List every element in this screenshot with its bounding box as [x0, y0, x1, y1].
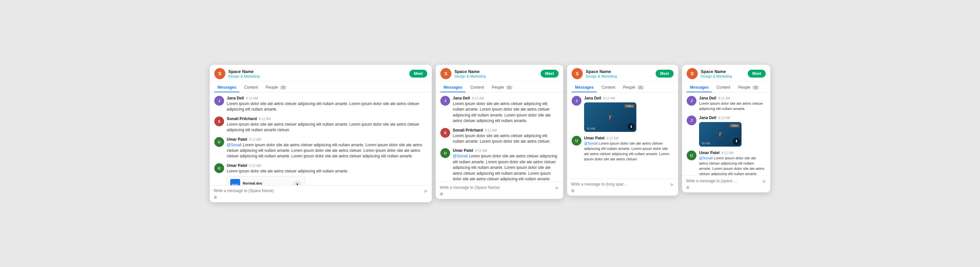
send-button[interactable]: ▶: [763, 178, 766, 184]
tab-content[interactable]: Content: [241, 83, 261, 92]
message-content: Jana Dell 8:12 AM Video r 50 MB ⬇: [699, 115, 766, 147]
chat-panel-panel-4: S Space Name Design & Marketing Meet Mes…: [682, 65, 770, 192]
message-avatar: J: [687, 96, 697, 106]
tabs-bar: MessagesContentPeople (5): [682, 82, 770, 93]
video-thumbnail[interactable]: Video r 50 MB ⬇: [699, 122, 741, 147]
message-input-area: ▶ ⊕: [682, 175, 770, 192]
send-button[interactable]: ▶: [556, 185, 559, 190]
attach-row: ⊕: [686, 184, 766, 190]
tab-people[interactable]: People (5): [488, 83, 516, 92]
message-content: Umar Patel 8:12 AM @Sonali Lorem ipsum d…: [227, 137, 427, 159]
meet-button[interactable]: Meet: [748, 70, 766, 78]
send-button[interactable]: ▶: [671, 182, 674, 187]
message-text: Lorem ipsum dolor site ate aetns ctetuer…: [453, 133, 558, 145]
message-author: Jana Dell: [227, 96, 244, 101]
message-input[interactable]: [571, 182, 669, 187]
file-download-button[interactable]: ⬇: [293, 181, 302, 185]
message-author: Jana Dell: [453, 96, 470, 101]
message-content: Sonali Pritchard 8:12 AM Lorem ipsum dol…: [227, 117, 427, 133]
space-avatar: S: [687, 68, 698, 79]
tab-content[interactable]: Content: [598, 83, 618, 92]
message-header: Jana Dell 8:12 AM: [699, 115, 766, 120]
message-time: 8:12 AM: [485, 129, 497, 132]
tabs-bar: MessagesContentPeople (5): [210, 82, 432, 93]
tab-content[interactable]: Content: [467, 83, 487, 92]
tab-people[interactable]: People (5): [620, 83, 648, 92]
message-content: Jana Dell 8:12 AM Lorem ipsum dolor site…: [453, 96, 558, 124]
space-name: Space Name: [228, 69, 409, 74]
message-time: 8:12 AM: [249, 164, 261, 168]
messages-area[interactable]: J Jana Dell 8:12 AM Video r 50 MB ⬇ U Um…: [567, 93, 678, 179]
message-row: U Umar Patel 8:12 AM @Sonali Lorem ipsum…: [214, 137, 427, 159]
message-row: U Umar Patel 8:12 AM Lorem ipsum dolor s…: [214, 163, 427, 185]
file-info: Normal.doc 00 MB ✔ Safe: [243, 181, 293, 185]
tab-content[interactable]: Content: [713, 83, 733, 92]
space-subtitle: Design & Marketing: [454, 74, 541, 78]
messages-area[interactable]: J Jana Dell 8:12 AM Lorem ipsum dolor si…: [210, 93, 432, 185]
message-input[interactable]: [440, 185, 554, 190]
message-row: S Sonali Pritchard 8:12 AM Lorem ipsum d…: [440, 128, 558, 145]
message-row: J Jana Dell 8:12 AM Lorem ipsum dolor si…: [687, 96, 766, 112]
tab-messages[interactable]: Messages: [687, 83, 712, 92]
video-size: 50 MB: [702, 142, 710, 145]
space-info: Space Name Design & Marketing: [701, 69, 748, 78]
file-name: Normal.doc: [243, 181, 293, 185]
video-download-button[interactable]: ⬇: [627, 123, 635, 130]
message-content: Umar Patel 8:12 AM @Sonali Lorem ipsum d…: [584, 136, 674, 162]
panel-header: S Space Name Design & Marketing Meet: [436, 65, 563, 82]
message-avatar: U: [214, 137, 224, 147]
tab-badge: (5): [506, 85, 513, 90]
messages-area[interactable]: J Jana Dell 8:12 AM Lorem ipsum dolor si…: [436, 93, 563, 182]
space-name: Space Name: [701, 69, 748, 74]
attach-icon[interactable]: ⊕: [440, 192, 443, 196]
message-time: 8:12 AM: [475, 149, 487, 152]
message-header: Umar Patel 8:12 AM: [584, 136, 674, 141]
tab-messages[interactable]: Messages: [440, 83, 466, 92]
video-badge: Video: [729, 124, 740, 128]
panel-header: S Space Name Design & Marketing Meet: [567, 65, 678, 82]
message-author: Sonali Pritchard: [227, 117, 257, 121]
message-time: 8:12 AM: [249, 138, 261, 141]
message-author: Jana Dell: [699, 96, 716, 101]
tab-people[interactable]: People (5): [735, 83, 762, 92]
message-text: Lorem ipsum dolor site ate aetns ctetuer…: [227, 168, 427, 174]
tab-messages[interactable]: Messages: [572, 83, 597, 92]
space-subtitle: Design & Marketing: [701, 74, 748, 78]
file-attachment[interactable]: DOC Normal.doc 00 MB ✔ Safe ⬇: [227, 176, 305, 185]
message-time: 8:12 AM: [603, 96, 616, 100]
attach-row: ⊕: [214, 193, 428, 200]
input-row: ▶: [440, 185, 559, 190]
space-name: Space Name: [454, 69, 541, 74]
meet-button[interactable]: Meet: [655, 70, 674, 78]
meet-button[interactable]: Meet: [409, 70, 427, 78]
message-author: Jana Dell: [699, 115, 716, 120]
video-download-button[interactable]: ⬇: [733, 138, 740, 145]
attach-icon[interactable]: ⊕: [571, 188, 574, 193]
file-icon: DOC: [230, 179, 240, 185]
meet-button[interactable]: Meet: [541, 70, 558, 78]
tab-people[interactable]: People (5): [262, 83, 290, 92]
video-size: 50 MB: [587, 127, 595, 130]
message-input[interactable]: [214, 189, 422, 193]
tab-messages[interactable]: Messages: [214, 83, 239, 92]
attach-icon[interactable]: ⊕: [686, 185, 690, 190]
send-button[interactable]: ▶: [424, 188, 428, 193]
message-time: 8:12 AM: [246, 96, 258, 100]
input-row: ▶: [214, 188, 428, 193]
tab-badge: (5): [752, 85, 759, 90]
attach-icon[interactable]: ⊕: [214, 195, 217, 200]
message-content: Umar Patel 8:12 AM Lorem ipsum dolor sit…: [227, 163, 427, 185]
tab-badge: (5): [280, 85, 287, 90]
message-input[interactable]: [686, 179, 761, 183]
message-header: Umar Patel 8:12 AM: [453, 148, 558, 153]
message-content: Sonali Pritchard 8:12 AM Lorem ipsum dol…: [453, 128, 558, 145]
messages-area[interactable]: J Jana Dell 8:12 AM Lorem ipsum dolor si…: [682, 93, 770, 175]
message-author: Jana Dell: [584, 96, 601, 101]
video-logo: r: [609, 113, 612, 122]
message-time: 8:12 AM: [718, 96, 730, 100]
video-logo: r: [719, 130, 722, 138]
video-thumbnail[interactable]: Video r 50 MB ⬇: [584, 102, 636, 132]
message-text: Lorem ipsum dolor site ate aetns ctetuer…: [699, 101, 766, 112]
message-text: @Sonali Lorem ipsum dolor site ate aetns…: [699, 156, 766, 175]
space-info: Space Name Design & Marketing: [586, 69, 655, 78]
